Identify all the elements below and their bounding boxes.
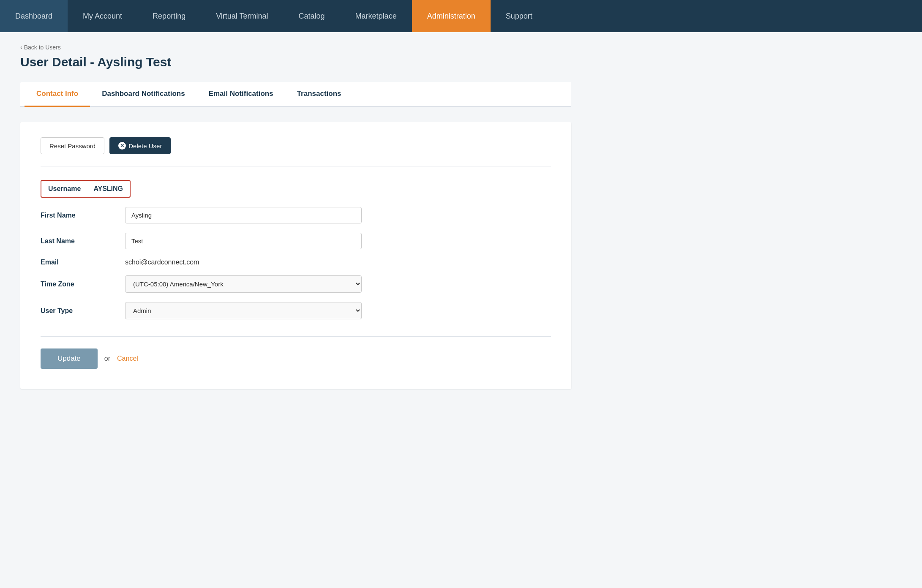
or-text: or [104, 355, 110, 362]
update-button[interactable]: Update [41, 348, 98, 369]
username-label: Username [48, 185, 81, 193]
page-title: User Detail - Aysling Test [20, 55, 571, 69]
nav-item-reporting[interactable]: Reporting [137, 0, 201, 32]
reset-password-button[interactable]: Reset Password [41, 137, 104, 154]
email-label: Email [41, 259, 125, 266]
nav-item-administration[interactable]: Administration [412, 0, 491, 32]
breadcrumb[interactable]: ‹ Back to Users [20, 44, 571, 51]
user-type-row: User Type Admin Manager User Read Only [41, 302, 551, 319]
content-card: Reset Password ✕ Delete User Username AY… [20, 122, 571, 389]
nav-item-virtual-terminal[interactable]: Virtual Terminal [201, 0, 283, 32]
main-navigation: Dashboard My Account Reporting Virtual T… [0, 0, 922, 32]
first-name-row: First Name [41, 207, 551, 223]
circle-x-icon: ✕ [118, 142, 126, 150]
first-name-label: First Name [41, 212, 125, 219]
last-name-row: Last Name [41, 233, 551, 249]
last-name-label: Last Name [41, 237, 125, 245]
user-form: Username AYSLING First Name Last Name Em… [41, 180, 551, 319]
timezone-row: Time Zone (UTC-12:00) International Date… [41, 275, 551, 293]
nav-item-dashboard[interactable]: Dashboard [0, 0, 68, 32]
form-footer: Update or Cancel [41, 336, 551, 369]
username-row: Username AYSLING [41, 180, 131, 198]
email-row: Email schoi@cardconnect.com [41, 259, 551, 266]
username-value: AYSLING [93, 185, 123, 193]
nav-item-catalog[interactable]: Catalog [284, 0, 340, 32]
tabs-container: Contact Info Dashboard Notifications Ema… [20, 82, 571, 107]
tab-transactions[interactable]: Transactions [285, 82, 353, 107]
last-name-input[interactable] [125, 233, 362, 249]
timezone-label: Time Zone [41, 280, 125, 288]
first-name-input[interactable] [125, 207, 362, 223]
tab-dashboard-notifications[interactable]: Dashboard Notifications [90, 82, 196, 107]
page-wrapper: ‹ Back to Users User Detail - Aysling Te… [0, 32, 592, 588]
nav-item-my-account[interactable]: My Account [68, 0, 137, 32]
email-value: schoi@cardconnect.com [125, 259, 199, 266]
tab-contact-info[interactable]: Contact Info [25, 82, 90, 107]
delete-user-button[interactable]: ✕ Delete User [109, 137, 171, 154]
user-type-label: User Type [41, 307, 125, 315]
chevron-left-icon: ‹ [20, 44, 22, 51]
tab-email-notifications[interactable]: Email Notifications [197, 82, 285, 107]
cancel-link[interactable]: Cancel [117, 355, 138, 362]
action-buttons-row: Reset Password ✕ Delete User [41, 137, 551, 166]
nav-item-marketplace[interactable]: Marketplace [340, 0, 412, 32]
nav-item-support[interactable]: Support [491, 0, 548, 32]
timezone-select[interactable]: (UTC-12:00) International Date Line West… [125, 275, 362, 293]
user-type-select[interactable]: Admin Manager User Read Only [125, 302, 362, 319]
